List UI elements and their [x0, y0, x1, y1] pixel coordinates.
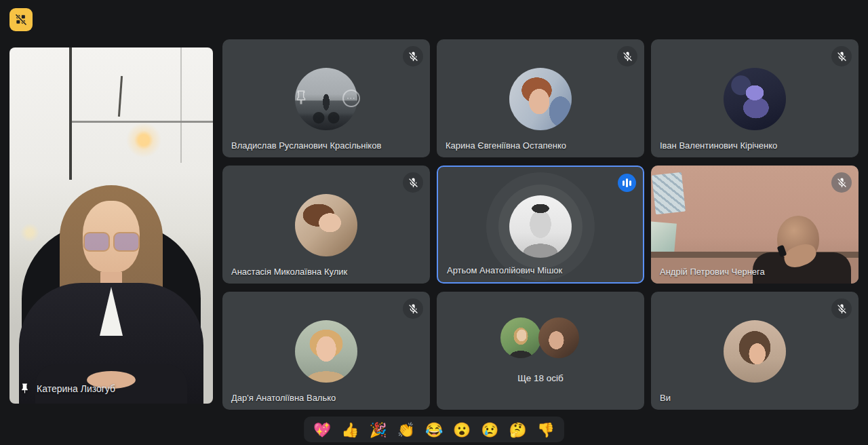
participant-tile-video[interactable]: Андрій Петрович Чернега: [651, 166, 859, 284]
participant-name: Владислав Русланович Красільніков: [231, 140, 381, 151]
reaction-emoji[interactable]: 🎉: [369, 423, 387, 437]
avatar: [295, 194, 357, 256]
avatar: [509, 68, 572, 130]
avatar: [295, 320, 357, 383]
mic-off-icon: [403, 46, 423, 66]
overflow-avatars: [500, 317, 580, 358]
participant-name: Катерина Лизогуб: [37, 383, 115, 394]
participant-tile[interactable]: ⋯ Владислав Русланович Красільніков: [222, 39, 430, 157]
more-people-tile[interactable]: Ще 18 осіб: [437, 292, 644, 410]
reaction-emoji[interactable]: 😢: [481, 423, 498, 437]
reactions-bar: 💖 👍 🎉 👏 😂 😮 😢 🤔 👎: [304, 417, 564, 442]
participant-name: Андрій Петрович Чернега: [660, 267, 765, 277]
self-tile[interactable]: Ви: [651, 292, 859, 410]
participant-name: Дар'я Анатоліївна Валько: [231, 393, 336, 403]
avatar: [500, 317, 541, 358]
pin-icon: [19, 383, 31, 394]
more-options-icon[interactable]: ⋯: [342, 90, 360, 107]
reaction-emoji[interactable]: 😮: [453, 423, 471, 437]
reaction-emoji[interactable]: 😂: [425, 423, 443, 437]
participant-tile[interactable]: Дар'я Анатоліївна Валько: [222, 292, 430, 410]
participant-tile[interactable]: Анастасія Миколаївна Кулик: [222, 166, 430, 284]
reaction-emoji[interactable]: 🤔: [509, 423, 527, 437]
mic-off-icon: [403, 298, 423, 319]
speaking-indicator-icon: [618, 174, 636, 192]
avatar: [509, 195, 572, 258]
grid-off-badge[interactable]: [9, 8, 33, 31]
participant-name: Артьом Анатолійович Мішок: [447, 265, 562, 275]
participant-tile[interactable]: Іван Валентинович Кіріченко: [651, 39, 859, 157]
mic-off-icon: [831, 172, 852, 193]
participant-name: Ви: [660, 393, 671, 403]
pin-icon[interactable]: [294, 90, 309, 107]
mic-off-icon: [831, 298, 852, 319]
mic-off-icon: [831, 46, 852, 66]
pinned-name-label: Катерина Лизогуб: [19, 383, 115, 394]
participants-grid: ⋯ Владислав Русланович Красільніков Кари…: [222, 39, 859, 410]
avatar: [724, 320, 786, 383]
reaction-emoji[interactable]: 💖: [313, 423, 331, 437]
mic-off-icon: [617, 46, 637, 66]
video-frame: [9, 47, 213, 404]
reaction-emoji[interactable]: 👏: [397, 423, 415, 437]
pinned-video-tile[interactable]: Катерина Лизогуб: [9, 47, 213, 404]
avatar: [724, 68, 786, 130]
participant-tile-speaking[interactable]: Артьом Анатолійович Мішок: [437, 166, 644, 284]
reaction-emoji[interactable]: 👍: [341, 423, 359, 437]
grid-off-icon: [14, 13, 28, 26]
participant-name: Карина Євгеніївна Остапенко: [446, 140, 566, 151]
participant-name: Анастасія Миколаївна Кулик: [231, 267, 347, 277]
mic-off-icon: [403, 172, 423, 193]
reaction-emoji[interactable]: 👎: [537, 423, 555, 437]
more-people-label: Ще 18 осіб: [437, 373, 644, 383]
participant-name: Іван Валентинович Кіріченко: [660, 140, 777, 151]
avatar: [538, 317, 579, 358]
participant-tile[interactable]: Карина Євгеніївна Остапенко: [437, 39, 644, 157]
